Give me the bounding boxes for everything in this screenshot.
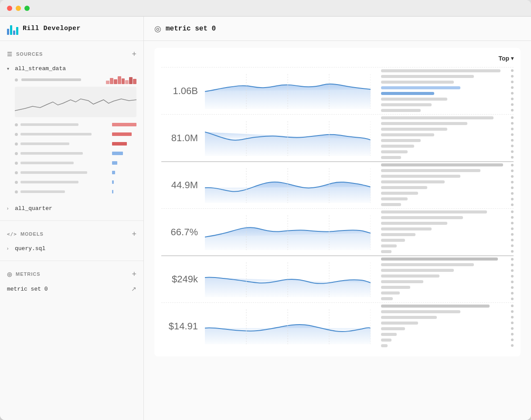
metric-row[interactable]: metric set 0 ↗ xyxy=(7,284,136,294)
sdr-value xyxy=(112,171,136,174)
sparkline-chart-2 xyxy=(205,119,371,157)
sparkline-chart-5 xyxy=(205,260,371,298)
sparkline-container xyxy=(15,87,136,117)
metric-title-row: ◎ metric set 0 xyxy=(154,24,216,34)
source-row-all-quarter[interactable]: › all_quarter xyxy=(7,203,136,213)
chevron-right-icon: › xyxy=(7,246,12,251)
logo-bar-4 xyxy=(16,27,18,35)
rp-bar-row xyxy=(381,69,514,72)
minimize-button[interactable] xyxy=(16,6,21,11)
rp-bar-row xyxy=(381,103,514,106)
hist-bar xyxy=(133,79,136,84)
model-row-query[interactable]: › query.sql xyxy=(7,244,136,254)
add-source-button[interactable]: + xyxy=(132,50,136,58)
sdr-dot xyxy=(15,171,18,174)
rp-bar-row xyxy=(381,128,514,131)
sources-section: ☰ SOURCES + ▾ all_stream_data xyxy=(0,41,143,220)
titlebar xyxy=(0,0,531,17)
metric-header-icon: ◎ xyxy=(154,24,161,34)
logo-icon xyxy=(7,23,18,35)
source-row-all-stream-data[interactable]: ▾ all_stream_data xyxy=(7,64,136,74)
metric-row-5: $249k xyxy=(161,255,514,302)
rp-bar-row xyxy=(381,81,514,84)
close-button[interactable] xyxy=(7,6,12,11)
metric-row-3: 44.9M xyxy=(161,161,514,208)
sdr-row xyxy=(15,149,136,157)
sparkline-svg xyxy=(15,87,136,117)
sdr-dot xyxy=(15,162,18,165)
hist-bar xyxy=(125,80,129,84)
sdr-label xyxy=(20,142,109,145)
models-header: </> MODELS + xyxy=(0,226,143,242)
traffic-lights xyxy=(7,6,30,11)
hist-bar xyxy=(129,77,133,84)
sdr-value xyxy=(112,152,136,155)
rp-bar-row xyxy=(381,150,514,153)
add-metrics-button[interactable]: + xyxy=(132,270,136,278)
mini-histogram xyxy=(106,75,136,84)
metric-row-1: 1.06B xyxy=(161,67,514,114)
rp-bar-row xyxy=(381,116,514,119)
rp-bar-row xyxy=(381,145,514,148)
source-name: all_stream_data xyxy=(15,65,66,72)
logo-bar-2 xyxy=(10,25,12,35)
rp-bar-row xyxy=(381,86,514,89)
metrics-icon: ◎ xyxy=(7,271,12,278)
rp-bar-row xyxy=(381,75,514,78)
logo: Rill Developer xyxy=(7,23,81,35)
sdr-dot xyxy=(15,133,18,136)
right-panel-2 xyxy=(371,116,514,160)
sdr-dot xyxy=(15,142,18,146)
chevron-down-icon: ▾ xyxy=(7,66,12,71)
mini-bar-container xyxy=(21,78,101,81)
add-model-button[interactable]: + xyxy=(132,230,136,238)
sparkline-chart-4 xyxy=(205,213,371,251)
hist-bar xyxy=(106,81,109,84)
sparkline-chart-1 xyxy=(205,72,371,110)
metric-chart-icon: ↗ xyxy=(131,285,136,292)
metric-item: metric set 0 ↗ xyxy=(0,282,143,296)
right-panel-4 xyxy=(371,210,514,254)
metric-row-4: 66.7% xyxy=(161,208,514,255)
sdr-label xyxy=(20,162,109,164)
app-title: Rill Developer xyxy=(23,25,81,32)
models-section: </> MODELS + › query.sql xyxy=(0,220,143,261)
metric-value-2: 81.0M xyxy=(161,132,205,144)
hist-bar xyxy=(118,76,121,84)
sources-title: ☰ SOURCES xyxy=(7,51,43,58)
metric-set-title: metric set 0 xyxy=(166,25,216,33)
hist-bar xyxy=(110,78,113,84)
sdr-value xyxy=(112,180,136,184)
rp-bar-row xyxy=(381,156,514,159)
model-name: query.sql xyxy=(15,245,45,252)
logo-bar-3 xyxy=(13,30,15,35)
sidebar: Rill Developer ☰ SOURCES + ▾ all_stream_… xyxy=(0,17,144,420)
right-panel-1 xyxy=(371,69,514,113)
sparkline-chart-3 xyxy=(205,166,371,204)
sdr-row xyxy=(15,188,136,196)
sdr-value xyxy=(112,190,136,193)
sdr-dot xyxy=(15,181,18,184)
sdr-label xyxy=(20,123,109,126)
sdr-value xyxy=(112,161,136,165)
sdr-dot xyxy=(15,190,18,193)
sdr-row xyxy=(15,159,136,167)
metric-value-5: $249k xyxy=(161,274,205,285)
mini-row-top xyxy=(15,75,136,84)
sdr-value xyxy=(112,123,136,126)
hist-bar xyxy=(122,78,125,84)
source-item-all-stream-data: ▾ all_stream_data xyxy=(0,62,143,202)
sdr-value xyxy=(112,142,136,146)
hist-bar xyxy=(114,79,117,84)
metric-value-6: $14.91 xyxy=(161,321,205,332)
main-content: ◎ metric set 0 Top ▾ xyxy=(144,17,531,420)
top-dropdown[interactable]: Top ▾ xyxy=(498,55,514,62)
metric-value-3: 44.9M xyxy=(161,180,205,191)
sdr-label xyxy=(20,190,109,193)
mini-dot xyxy=(15,78,18,81)
maximize-button[interactable] xyxy=(24,6,30,11)
right-panel-6 xyxy=(371,305,514,348)
mini-bar xyxy=(21,78,81,81)
rp-bar-row xyxy=(381,98,514,101)
sdr-label xyxy=(20,152,109,155)
